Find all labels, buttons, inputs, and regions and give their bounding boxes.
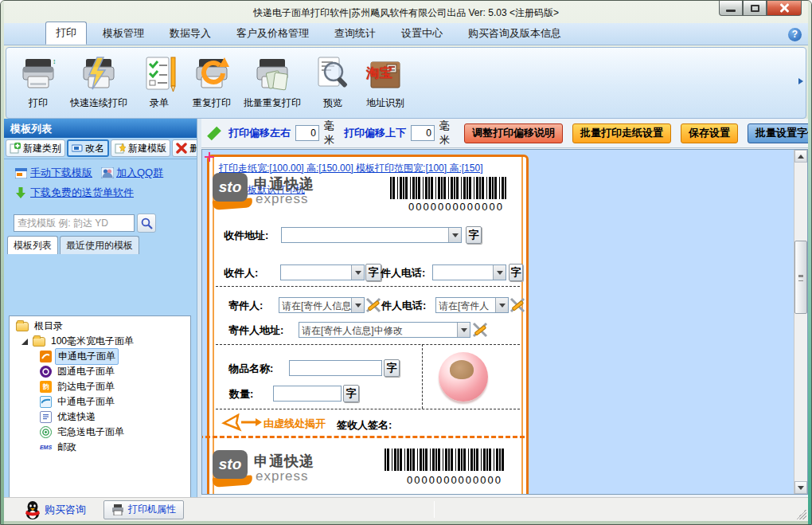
- new-category-button[interactable]: 新建类别: [6, 139, 65, 157]
- record-entry-button[interactable]: 录单: [139, 53, 180, 110]
- dropdown-arrow-icon[interactable]: [351, 298, 364, 312]
- minimize-button[interactable]: [719, 1, 743, 16]
- repeat-print-button[interactable]: 重复打印: [191, 53, 232, 110]
- sender-phone-combobox[interactable]: 请在[寄件人: [435, 297, 509, 313]
- tab-print[interactable]: 打印: [45, 22, 87, 45]
- sto-logo-en: express: [256, 191, 309, 207]
- save-settings-button[interactable]: 保存设置: [681, 123, 738, 143]
- recipient-address-font-button[interactable]: 字: [466, 226, 482, 244]
- tree-item-zto[interactable]: 中通电子面单: [10, 394, 190, 409]
- sender-phone-edit-icon[interactable]: [509, 297, 525, 313]
- tree-item-yousu[interactable]: 优速快递: [10, 409, 190, 425]
- recipient-combobox[interactable]: [280, 264, 365, 280]
- titlebar[interactable]: 快递电子面单打印软件|苏州飚风软件有限公司出品 Ver: 5.03 <注册码版>: [1, 1, 811, 23]
- sender-combobox[interactable]: 请在[寄件人信息: [279, 297, 365, 313]
- sender-edit-icon[interactable]: [365, 297, 381, 313]
- toolbar-overflow-arrow-icon[interactable]: [798, 78, 803, 84]
- sto-icon: [40, 351, 52, 362]
- taobao-address-recognize-button[interactable]: 淘宝 地址识别: [365, 53, 406, 110]
- tree-item-yto[interactable]: 圆通电子面单: [10, 364, 190, 379]
- dropdown-arrow-icon[interactable]: [493, 265, 506, 280]
- tree-folder-label: 100毫米宽电子面单: [49, 334, 136, 349]
- recipient-font-button[interactable]: 字: [365, 264, 381, 281]
- tab-template-list[interactable]: 模板列表: [7, 236, 58, 254]
- dropdown-arrow-icon[interactable]: [495, 298, 508, 312]
- free-delivery-software-link[interactable]: 下载免费的送货单软件: [30, 186, 134, 200]
- document-icon: [40, 411, 52, 423]
- help-icon[interactable]: ?: [788, 28, 802, 41]
- printer-repeat-icon: [191, 53, 232, 94]
- template-search-input[interactable]: [14, 214, 135, 232]
- batch-paper-feed-button[interactable]: 批量打印走纸设置: [572, 123, 671, 143]
- rename-button[interactable]: 改名: [67, 139, 109, 157]
- resize-grip[interactable]: [796, 509, 806, 519]
- tree-item-label: 圆通电子面单: [55, 364, 117, 379]
- sender-value: 请在[寄件人信息: [279, 298, 351, 312]
- adjust-offset-help-button[interactable]: 调整打印偏移说明: [464, 123, 563, 143]
- taobao-box-icon: 淘宝: [365, 53, 406, 94]
- diamond-icon: [207, 126, 221, 140]
- manual-download-icon: [15, 167, 26, 178]
- quantity-font-button[interactable]: 字: [343, 385, 359, 402]
- mascot-image: [439, 352, 488, 402]
- tree-item-yunda[interactable]: 韵 韵达电子面单: [10, 379, 190, 394]
- tab-purchase-version[interactable]: 购买咨询及版本信息: [459, 23, 571, 45]
- sender-address-edit-icon[interactable]: [472, 322, 488, 338]
- quick-continuous-print-button[interactable]: 快速连续打印: [70, 53, 127, 110]
- dropdown-arrow-icon[interactable]: [457, 323, 470, 337]
- tree-item-ems[interactable]: EMS 邮政: [10, 440, 190, 455]
- offset-lr-input[interactable]: [295, 125, 319, 141]
- tab-data-import[interactable]: 数据导入: [160, 23, 221, 45]
- offset-ud-unit: 毫米: [439, 119, 450, 147]
- tree-item-label: 中通电子面单: [55, 394, 117, 409]
- tree-folder-100mm[interactable]: 100毫米宽电子面单: [10, 334, 190, 349]
- manual-download-link[interactable]: 手动下载模版: [30, 166, 92, 180]
- close-button[interactable]: [767, 1, 802, 16]
- delete-button[interactable]: 删除: [172, 139, 197, 157]
- scrollbar-thumb[interactable]: [794, 241, 807, 314]
- maximize-button[interactable]: [743, 1, 767, 16]
- expanded-triangle-icon[interactable]: [21, 339, 28, 345]
- scrollbar-down-button[interactable]: [794, 481, 807, 494]
- batch-font-button[interactable]: 批量设置字体: [748, 123, 812, 143]
- preview-canvas[interactable]: 打印走纸宽:[100.00] 高:[150.00] 模板打印范围宽:[100] …: [201, 149, 808, 495]
- tree-item-sto[interactable]: 申通电子面单: [10, 349, 190, 364]
- tab-customer-price[interactable]: 客户及价格管理: [227, 23, 318, 45]
- sender-address-combobox[interactable]: 请在[寄件人信息]中修改: [299, 322, 470, 338]
- sto-logo: sto 申通快递 express: [213, 173, 324, 210]
- dropdown-arrow-icon[interactable]: [448, 228, 461, 242]
- preview-button[interactable]: 预览: [312, 53, 353, 110]
- printer-properties-button[interactable]: 打印机属性: [103, 500, 184, 519]
- dropdown-arrow-icon[interactable]: [351, 265, 364, 280]
- scrollbar-up-button[interactable]: [794, 150, 807, 163]
- tree-root[interactable]: 根目录: [10, 319, 190, 334]
- ems-icon: EMS: [40, 441, 52, 453]
- offset-ud-input[interactable]: [411, 125, 435, 141]
- new-template-button[interactable]: 新建模版: [111, 139, 170, 157]
- form-pencil-icon: [139, 53, 180, 94]
- recipient-phone-font-button[interactable]: 字: [509, 264, 523, 281]
- tree-item-zjs[interactable]: 宅急送电子面单: [10, 425, 190, 440]
- recipient-phone-combobox[interactable]: [432, 264, 506, 280]
- tab-query-stats[interactable]: 查询统计: [325, 23, 385, 45]
- recipient-phone-label: 件人电话:: [381, 266, 425, 280]
- tab-settings-center[interactable]: 设置中心: [392, 23, 452, 45]
- tear-here-text: 由虚线处揭开: [264, 417, 326, 431]
- sidebar-links: 手动下载模版 加入QQ群 下载免费的送货单软件: [4, 159, 197, 210]
- batch-repeat-print-button[interactable]: 批量重复打印: [244, 53, 301, 110]
- join-qq-group-link[interactable]: 加入QQ群: [116, 166, 163, 180]
- zjs-icon: [40, 426, 52, 438]
- vertical-scrollbar[interactable]: [794, 150, 807, 494]
- tab-template-management[interactable]: 模板管理: [93, 23, 154, 45]
- search-button[interactable]: [137, 214, 156, 233]
- purchase-consult-link[interactable]: 购买咨询: [45, 503, 86, 517]
- close-icon: [779, 3, 790, 13]
- menu-tab-strip: 打印 模板管理 数据导入 客户及价格管理 查询统计 设置中心 购买咨询及版本信息…: [4, 23, 808, 45]
- item-name-input[interactable]: [289, 360, 382, 376]
- print-button[interactable]: ↕ 打印: [18, 53, 59, 110]
- offset-bar: 打印偏移左右 毫米 打印偏移上下 毫米 调整打印偏移说明 批量打印走纸设置 保存…: [201, 119, 808, 148]
- item-name-font-button[interactable]: 字: [384, 359, 400, 377]
- tab-recent-templates[interactable]: 最近使用的模板: [60, 236, 139, 254]
- recipient-address-combobox[interactable]: [281, 227, 462, 243]
- quantity-input[interactable]: [273, 386, 342, 402]
